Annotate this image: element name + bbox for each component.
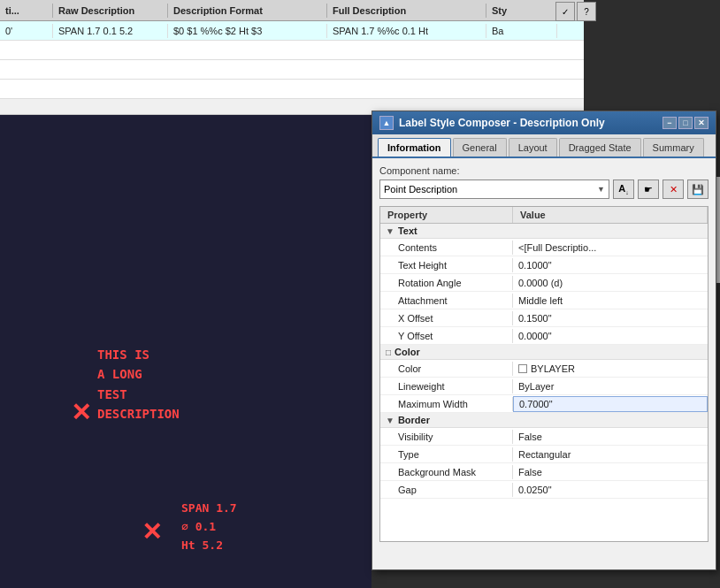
prop-xoffset-name: X Offset <box>380 311 513 325</box>
tab-summary[interactable]: Summary <box>643 138 704 157</box>
hand-icon: ☛ <box>644 184 653 195</box>
prop-border-visibility-name: Visibility <box>380 430 513 444</box>
table-header-row: ti... Raw Description Description Format… <box>0 0 584 21</box>
tab-general[interactable]: General <box>453 138 507 157</box>
prop-lineweight-row[interactable]: Lineweight ByLayer <box>380 378 708 395</box>
prop-color-name: Color <box>380 362 513 376</box>
save-button[interactable]: 💾 <box>687 179 709 199</box>
question-icon[interactable]: ? <box>577 2 596 21</box>
prop-contents-row[interactable]: Contents <[Full Descriptio... <box>380 239 708 256</box>
hand-tool-button[interactable]: ☛ <box>638 179 659 199</box>
section-collapse-icon: ▼ <box>386 226 394 236</box>
tab-layout[interactable]: Layout <box>509 138 557 157</box>
section-color-label: Color <box>394 347 420 357</box>
prop-textheight-value: 0.1000" <box>513 258 708 272</box>
dialog-tabs: Information General Layout Dragged State… <box>372 134 716 158</box>
prop-textheight-row[interactable]: Text Height 0.1000" <box>380 256 708 274</box>
color-section-header[interactable]: □ Color <box>380 345 708 360</box>
cad-text-description: THIS IS A LONG TEST DESCRIPTION <box>97 345 180 424</box>
prop-gap-name: Gap <box>380 483 513 497</box>
prop-border-type-name: Type <box>380 447 513 462</box>
dialog-body: Component name: Point Description ▼ A↓ ☛… <box>372 158 716 549</box>
section-border-label: Border <box>398 415 430 425</box>
prop-maxwidth-row[interactable]: Maximum Width 0.7000" <box>380 395 708 413</box>
dialog-window-controls: − □ ✕ <box>663 117 709 129</box>
check-icon[interactable]: ✓ <box>555 2 575 21</box>
tab-information[interactable]: Information <box>378 138 451 157</box>
component-name-label: Component name: <box>379 165 709 176</box>
prop-textheight-name: Text Height <box>380 258 513 272</box>
table-row[interactable]: 0' SPAN 1.7 0.1 5.2 $0 $1 %%c $2 Ht $3 S… <box>0 21 584 41</box>
prop-background-mask-name: Background Mask <box>380 465 513 479</box>
cell-ti: 0' <box>0 24 53 38</box>
section-collapse-icon-3: ▼ <box>386 416 394 425</box>
table-row-empty-2 <box>0 60 584 80</box>
section-collapse-icon-2: □ <box>386 347 391 357</box>
prop-rotation-name: Rotation Angle <box>380 276 513 290</box>
prop-background-mask-value: False <box>513 465 708 479</box>
prop-attachment-value: Middle left <box>513 294 708 308</box>
prop-contents-name: Contents <box>380 241 513 255</box>
prop-border-visibility-value: False <box>513 430 708 444</box>
text-section-header[interactable]: ▼ Text <box>380 224 708 239</box>
value-column-header: Value <box>513 207 708 223</box>
top-icon-group: ✓ ? <box>555 2 596 21</box>
component-select-value: Point Description <box>384 184 457 195</box>
col-header-raw: Raw Description <box>53 4 168 18</box>
delete-icon: ✕ <box>670 184 678 195</box>
prop-rotation-row[interactable]: Rotation Angle 0.0000 (d) <box>380 274 708 292</box>
property-table-header: Property Value <box>380 207 708 224</box>
cad-canvas: ✕ THIS IS A LONG TEST DESCRIPTION ✕ SPAN… <box>0 115 371 588</box>
col-header-ti: ti... <box>0 4 53 18</box>
prop-xoffset-row[interactable]: X Offset 0.1500" <box>380 309 708 327</box>
prop-lineweight-value: ByLayer <box>513 379 708 393</box>
text-icon: A↓ <box>618 183 628 195</box>
property-table[interactable]: Property Value ▼ Text Contents <[Full De… <box>379 206 709 542</box>
prop-maxwidth-value[interactable]: 0.7000" <box>513 396 708 412</box>
prop-yoffset-row[interactable]: Y Offset 0.0000" <box>380 327 708 345</box>
dialog-titlebar: ▲ Label Style Composer - Description Onl… <box>372 111 716 134</box>
component-select[interactable]: Point Description ▼ <box>379 179 609 199</box>
data-table: ti... Raw Description Description Format… <box>0 0 584 115</box>
border-section-header[interactable]: ▼ Border <box>380 413 708 428</box>
prop-contents-value: <[Full Descriptio... <box>513 241 708 255</box>
prop-border-type-value: Rectangular <box>513 447 708 462</box>
prop-gap-row[interactable]: Gap 0.0250" <box>380 481 708 499</box>
color-checkbox-group: BYLAYER <box>518 363 702 374</box>
save-icon: 💾 <box>692 184 704 195</box>
cad-cross-2: ✕ <box>142 517 162 546</box>
prop-gap-value: 0.0250" <box>513 483 708 497</box>
prop-attachment-row[interactable]: Attachment Middle left <box>380 292 708 309</box>
prop-color-row[interactable]: Color BYLAYER <box>380 360 708 378</box>
dropdown-arrow-icon: ▼ <box>597 185 605 194</box>
prop-xoffset-value: 0.1500" <box>513 311 708 325</box>
delete-component-button[interactable]: ✕ <box>663 179 684 199</box>
table-row-empty-1 <box>0 41 584 60</box>
cad-cross-1: ✕ <box>71 398 91 427</box>
cad-text-span: SPAN 1.7 ∅ 0.1 Ht 5.2 <box>181 500 237 554</box>
cell-raw: SPAN 1.7 0.1 5.2 <box>53 24 168 38</box>
cell-sty: Ba <box>486 24 557 38</box>
text-style-button[interactable]: A↓ <box>613 179 634 199</box>
prop-maxwidth-name: Maximum Width <box>380 397 513 411</box>
color-checkbox[interactable] <box>518 364 527 373</box>
prop-border-visibility-row[interactable]: Visibility False <box>380 428 708 446</box>
component-name-row: Point Description ▼ A↓ ☛ ✕ 💾 <box>379 179 709 199</box>
col-header-sty: Sty <box>486 4 557 18</box>
prop-color-value: BYLAYER <box>513 362 708 376</box>
tab-dragged-state[interactable]: Dragged State <box>559 138 641 157</box>
minimize-button[interactable]: − <box>663 117 677 129</box>
close-button[interactable]: ✕ <box>694 117 709 129</box>
prop-lineweight-name: Lineweight <box>380 379 513 393</box>
col-header-full: Full Description <box>327 4 486 18</box>
section-text-label: Text <box>398 225 417 236</box>
label-style-composer-dialog: ▲ Label Style Composer - Description Onl… <box>371 111 716 570</box>
dialog-app-icon: ▲ <box>379 116 394 130</box>
table-row-empty-3 <box>0 80 584 99</box>
maximize-button[interactable]: □ <box>678 117 693 129</box>
col-header-format: Description Format <box>168 4 327 18</box>
property-column-header: Property <box>380 207 513 223</box>
prop-background-mask-row[interactable]: Background Mask False <box>380 463 708 481</box>
prop-rotation-value: 0.0000 (d) <box>513 276 708 290</box>
prop-border-type-row[interactable]: Type Rectangular <box>380 446 708 463</box>
